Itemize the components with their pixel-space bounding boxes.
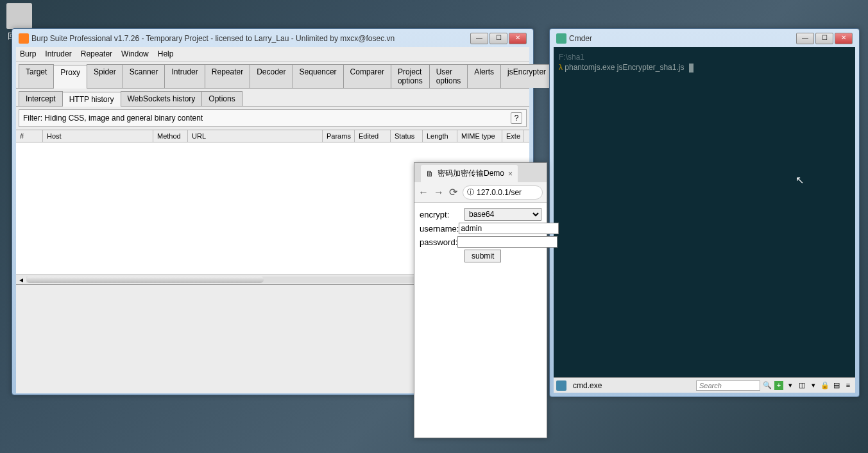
cmder-title: Cmder xyxy=(569,34,796,43)
cmder-window: Cmder — ☐ ✕ F:\sha1 λ phantomjs.exe jsEn… xyxy=(549,28,860,397)
tab-spider[interactable]: Spider xyxy=(87,64,123,88)
cmder-app-icon xyxy=(556,33,566,44)
col-ext[interactable]: Exte xyxy=(502,130,524,142)
menu-repeater[interactable]: Repeater xyxy=(81,49,112,58)
cmder-statusbar: cmd.exe 🔍 + ▾ ◫ ▾ 🔒 ▤ ≡ xyxy=(554,377,855,393)
dropdown-icon[interactable]: ▾ xyxy=(786,381,795,390)
subtab-intercept[interactable]: Intercept xyxy=(19,91,63,106)
tab-alerts[interactable]: Alerts xyxy=(467,64,501,88)
recycle-bin-icon xyxy=(6,3,32,29)
browser-navbar: ← → ⟳ ⓘ 127.0.0.1/ser xyxy=(414,182,547,203)
encrypt-select[interactable]: base64 xyxy=(464,208,541,221)
tab-title: 密码加密传输Demo xyxy=(438,168,504,179)
col-method[interactable]: Method xyxy=(153,130,188,142)
page-content: encrypt: base64 username: password: subm… xyxy=(414,203,547,438)
tab-decoder[interactable]: Decoder xyxy=(250,64,293,88)
scroll-thumb[interactable] xyxy=(26,277,264,283)
page-icon: 🗎 xyxy=(426,169,434,178)
url-text: 127.0.0.1/ser xyxy=(477,188,522,197)
col-params[interactable]: Params xyxy=(323,130,355,142)
site-info-icon[interactable]: ⓘ xyxy=(467,187,474,197)
filter-text: Filter: Hiding CSS, image and general bi… xyxy=(23,114,511,123)
add-console-button[interactable]: + xyxy=(774,381,783,390)
search-input[interactable] xyxy=(696,380,760,391)
col-url[interactable]: URL xyxy=(188,130,323,142)
submit-button[interactable]: submit xyxy=(464,250,501,262)
tab-sequencer[interactable]: Sequencer xyxy=(293,64,344,88)
tab-user-options[interactable]: User options xyxy=(429,64,468,88)
pin-icon[interactable]: ▾ xyxy=(809,381,818,390)
browser-window: 🗎 密码加密传输Demo × ← → ⟳ ⓘ 127.0.0.1/ser enc… xyxy=(414,162,547,438)
burp-main-tabs: Target Proxy Spider Scanner Intruder Rep… xyxy=(16,62,529,89)
tab-repeater[interactable]: Repeater xyxy=(205,64,250,88)
tab-project-options[interactable]: Project options xyxy=(391,64,430,88)
minimize-button[interactable]: — xyxy=(796,33,814,44)
burp-title: Burp Suite Professional v1.7.26 - Tempor… xyxy=(31,34,470,43)
burp-menubar: Burp Intruder Repeater Window Help xyxy=(16,47,529,62)
encrypt-label: encrypt: xyxy=(420,210,464,219)
console-name[interactable]: cmd.exe xyxy=(569,380,606,391)
burp-table-header: # Host Method URL Params Edited Status L… xyxy=(16,130,529,142)
col-num[interactable]: # xyxy=(16,130,43,142)
maximize-button[interactable]: ☐ xyxy=(489,33,507,44)
col-status[interactable]: Status xyxy=(391,130,423,142)
address-bar[interactable]: ⓘ 127.0.0.1/ser xyxy=(463,185,543,200)
tab-jsencrypter[interactable]: jsEncrypter xyxy=(500,64,553,88)
forward-button[interactable]: → xyxy=(434,187,444,198)
terminal-viewport[interactable]: F:\sha1 λ phantomjs.exe jsEncrypter_sha1… xyxy=(554,47,855,377)
console-tab-icon[interactable] xyxy=(556,380,566,391)
username-label: username: xyxy=(420,224,459,234)
browser-tab[interactable]: 🗎 密码加密传输Demo × xyxy=(421,165,518,182)
mouse-cursor-icon: ↖ xyxy=(796,175,804,185)
burp-titlebar[interactable]: Burp Suite Professional v1.7.26 - Tempor… xyxy=(16,33,529,47)
settings-icon[interactable]: ▤ xyxy=(832,381,841,390)
menu-window[interactable]: Window xyxy=(121,49,149,58)
col-host[interactable]: Host xyxy=(43,130,153,142)
lock-icon[interactable]: 🔒 xyxy=(821,381,830,390)
tab-proxy[interactable]: Proxy xyxy=(53,65,87,89)
menu-intruder[interactable]: Intruder xyxy=(45,49,71,58)
tab-close-icon[interactable]: × xyxy=(508,169,513,178)
help-icon[interactable]: ? xyxy=(511,112,522,124)
col-length[interactable]: Length xyxy=(423,130,457,142)
tab-intruder[interactable]: Intruder xyxy=(164,64,205,88)
password-label: password: xyxy=(420,237,457,247)
burp-filter-bar[interactable]: Filter: Hiding CSS, image and general bi… xyxy=(19,109,527,127)
username-input[interactable] xyxy=(459,223,559,234)
password-input[interactable] xyxy=(457,236,557,248)
burp-app-icon xyxy=(19,33,29,44)
col-edited[interactable]: Edited xyxy=(355,130,391,142)
tab-target[interactable]: Target xyxy=(19,64,54,88)
terminal-cwd: F:\sha1 xyxy=(559,53,584,62)
menu-burp[interactable]: Burp xyxy=(20,49,36,58)
cmder-titlebar[interactable]: Cmder — ☐ ✕ xyxy=(554,33,855,47)
subtab-http-history[interactable]: HTTP history xyxy=(62,92,121,107)
col-mime[interactable]: MIME type xyxy=(457,130,502,142)
back-button[interactable]: ← xyxy=(418,187,429,198)
close-button[interactable]: ✕ xyxy=(509,33,527,44)
reload-button[interactable]: ⟳ xyxy=(449,186,457,198)
split-icon[interactable]: ◫ xyxy=(797,381,806,390)
menu-help[interactable]: Help xyxy=(158,49,174,58)
scroll-left-arrow[interactable]: ◂ xyxy=(16,275,26,284)
close-button[interactable]: ✕ xyxy=(835,33,853,44)
terminal-cursor xyxy=(689,64,694,73)
subtab-websockets-history[interactable]: WebSockets history xyxy=(121,91,203,106)
subtab-options[interactable]: Options xyxy=(201,91,242,106)
menu-icon[interactable]: ≡ xyxy=(844,381,853,390)
tab-scanner[interactable]: Scanner xyxy=(123,64,166,88)
search-icon[interactable]: 🔍 xyxy=(763,381,772,390)
minimize-button[interactable]: — xyxy=(470,33,488,44)
terminal-command: phantomjs.exe jsEncrypter_sha1.js xyxy=(565,63,684,72)
browser-tabstrip: 🗎 密码加密传输Demo × xyxy=(414,163,547,182)
maximize-button[interactable]: ☐ xyxy=(815,33,833,44)
prompt-lambda: λ xyxy=(559,63,563,72)
tab-comparer[interactable]: Comparer xyxy=(343,64,391,88)
burp-sub-tabs: Intercept HTTP history WebSockets histor… xyxy=(16,89,529,107)
